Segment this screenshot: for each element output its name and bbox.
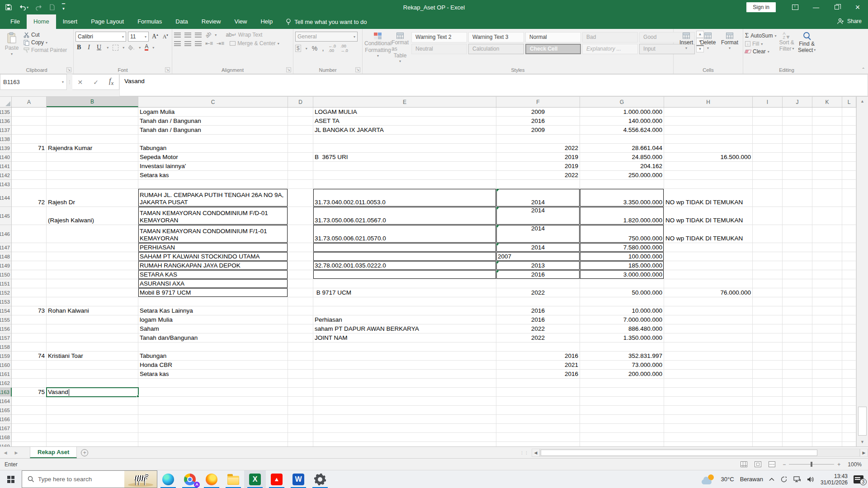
cell-C1168[interactable]	[138, 433, 288, 442]
cell-L1142[interactable]	[842, 171, 856, 180]
cell-E1142[interactable]	[313, 171, 496, 180]
autosum-button[interactable]: ΣAutoSum▾	[745, 32, 777, 39]
cell-B1135[interactable]	[47, 108, 138, 117]
style-check-cell[interactable]: Check Cell	[525, 44, 581, 54]
cell-K1164[interactable]	[812, 397, 842, 406]
cut-button[interactable]: Cut	[24, 32, 67, 38]
cell-C1140[interactable]: Sepeda Motor	[138, 153, 288, 162]
cell-K1162[interactable]	[812, 379, 842, 388]
cell-B1160[interactable]	[47, 361, 138, 370]
cell-H1150[interactable]	[664, 270, 753, 279]
row-header-1156[interactable]: 1156	[0, 324, 12, 333]
cell-D1150[interactable]	[288, 270, 313, 279]
cell-E1140[interactable]: B 3675 URI	[313, 153, 496, 162]
cell-C1147[interactable]: PERHIASAN	[138, 243, 288, 252]
cell-C1159[interactable]: Tabungan	[138, 352, 288, 361]
taskbar-settings-button[interactable]	[309, 470, 331, 488]
cell-G1140[interactable]: 24.850.000	[580, 153, 664, 162]
cell-B1150[interactable]	[47, 270, 138, 279]
cell-K1165[interactable]	[812, 406, 842, 415]
cell-L1160[interactable]	[842, 361, 856, 370]
cell-L1141[interactable]	[842, 162, 856, 171]
cell-J1146[interactable]	[783, 225, 812, 243]
font-dialog-launcher[interactable]: ↘	[165, 67, 170, 72]
cell-I1168[interactable]	[753, 433, 783, 442]
cell-G1154[interactable]: 10.000.000	[580, 306, 664, 315]
cell-B1140[interactable]	[47, 153, 138, 162]
cell-J1140[interactable]	[783, 153, 812, 162]
row-header-1169[interactable]: 1169	[0, 442, 12, 446]
cell-A1154[interactable]: 73	[12, 306, 47, 315]
cell-G1158[interactable]	[580, 343, 664, 352]
column-header-A[interactable]: A	[12, 97, 47, 107]
cell-C1157[interactable]: Tanah dan/Bangunan	[138, 333, 288, 343]
cell-B1144[interactable]: Rajesh Dr	[47, 189, 138, 207]
cell-I1141[interactable]	[753, 162, 783, 171]
align-left-icon[interactable]	[174, 41, 181, 46]
row-header-1137[interactable]: 1137	[0, 126, 12, 135]
percent-style-icon[interactable]: %	[312, 45, 317, 52]
cell-A1162[interactable]	[12, 379, 47, 388]
volume-icon[interactable]	[807, 476, 815, 483]
cell-J1147[interactable]	[783, 243, 812, 252]
collapse-ribbon-icon[interactable]: ⌃	[862, 67, 865, 72]
row-header-1143[interactable]: 1143	[0, 180, 12, 189]
cell-F1157[interactable]: 2022	[496, 333, 580, 343]
cell-B1153[interactable]	[47, 297, 138, 306]
cell-I1144[interactable]	[753, 189, 783, 207]
row-header-1155[interactable]: 1155	[0, 315, 12, 324]
tab-view[interactable]: View	[227, 14, 254, 29]
align-center-icon[interactable]	[184, 41, 191, 46]
cell-E1156[interactable]: saham PT DAPUR AWAN BERKARYA	[313, 324, 496, 333]
clock[interactable]: 13:43 31/01/2026	[821, 473, 848, 486]
cell-C1149[interactable]: RUMAH RANGKAPAN JAYA DEPOK	[138, 261, 288, 270]
row-header-1141[interactable]: 1141	[0, 162, 12, 171]
cell-C1162[interactable]	[138, 379, 288, 388]
cell-J1135[interactable]	[783, 108, 812, 117]
cell-F1158[interactable]	[496, 343, 580, 352]
cell-D1169[interactable]	[288, 442, 313, 446]
tell-me-box[interactable]: Tell me what you want to do	[279, 14, 373, 29]
cell-K1137[interactable]	[812, 126, 842, 135]
insert-function-icon[interactable]: fx	[109, 77, 113, 87]
page-break-view-icon[interactable]	[769, 461, 775, 467]
redo-icon[interactable]	[36, 5, 42, 10]
scroll-down-icon[interactable]: ▼	[857, 437, 868, 446]
cell-A1145[interactable]	[12, 207, 47, 225]
cell-A1142[interactable]	[12, 171, 47, 180]
cell-D1142[interactable]	[288, 171, 313, 180]
cell-L1138[interactable]	[842, 135, 856, 144]
cell-H1159[interactable]	[664, 352, 753, 361]
cell-H1145[interactable]: NO wp TIDAK DI TEMUKAN	[664, 207, 753, 225]
search-input[interactable]	[38, 476, 115, 483]
underline-button[interactable]: U	[95, 44, 103, 51]
cell-D1166[interactable]	[288, 415, 313, 424]
taskbar-edge-button[interactable]	[157, 470, 179, 488]
cell-J1164[interactable]	[783, 397, 812, 406]
tab-data[interactable]: Data	[169, 14, 194, 29]
cell-I1165[interactable]	[753, 406, 783, 415]
cell-H1154[interactable]	[664, 306, 753, 315]
cell-L1152[interactable]	[842, 288, 856, 297]
cell-B1157[interactable]	[47, 333, 138, 343]
cell-E1139[interactable]	[313, 144, 496, 153]
page-layout-view-icon[interactable]	[755, 461, 761, 467]
cell-F1165[interactable]	[496, 406, 580, 415]
cell-C1150[interactable]: SETARA KAS	[138, 270, 288, 279]
cell-E1160[interactable]	[313, 361, 496, 370]
insert-cells-button[interactable]: Insert▾	[675, 31, 697, 66]
cell-I1162[interactable]	[753, 379, 783, 388]
cell-A1137[interactable]	[12, 126, 47, 135]
row-header-1147[interactable]: 1147	[0, 243, 12, 252]
cell-E1165[interactable]	[313, 406, 496, 415]
number-format-select[interactable]: General▾	[295, 32, 358, 42]
cell-D1155[interactable]	[288, 315, 313, 324]
cell-H1160[interactable]	[664, 361, 753, 370]
cell-G1148[interactable]: 100.000.000	[580, 252, 664, 261]
zoom-out-icon[interactable]: −	[783, 461, 786, 468]
find-select-button[interactable]: Find & Select▾	[798, 31, 816, 66]
cell-K1166[interactable]	[812, 415, 842, 424]
cell-I1164[interactable]	[753, 397, 783, 406]
cell-B1156[interactable]	[47, 324, 138, 333]
cell-D1165[interactable]	[288, 406, 313, 415]
